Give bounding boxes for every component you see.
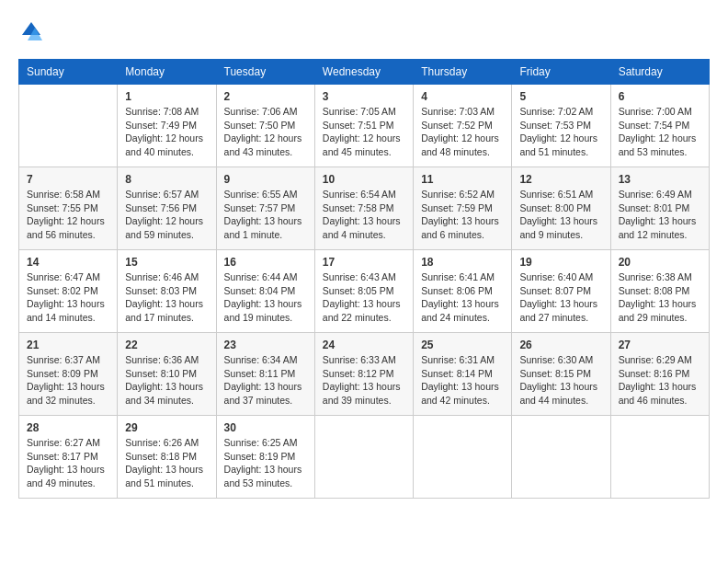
day-number: 1 bbox=[125, 90, 208, 103]
day-info: Sunrise: 6:36 AMSunset: 8:10 PMDaylight:… bbox=[125, 353, 208, 408]
week-row-5: 28Sunrise: 6:27 AMSunset: 8:17 PMDayligh… bbox=[19, 416, 710, 499]
day-number: 23 bbox=[224, 339, 307, 351]
day-info: Sunrise: 6:49 AMSunset: 8:01 PMDaylight:… bbox=[619, 188, 701, 242]
day-info: Sunrise: 6:41 AMSunset: 8:06 PMDaylight:… bbox=[421, 270, 504, 325]
day-number: 18 bbox=[421, 256, 504, 269]
day-number: 2 bbox=[224, 90, 307, 103]
logo-icon bbox=[18, 18, 44, 44]
calendar-header-row: SundayMondayTuesdayWednesdayThursdayFrid… bbox=[19, 60, 710, 85]
day-info: Sunrise: 7:08 AMSunset: 7:49 PMDaylight:… bbox=[125, 105, 208, 159]
day-info: Sunrise: 6:52 AMSunset: 7:59 PMDaylight:… bbox=[421, 188, 504, 242]
day-number: 11 bbox=[421, 173, 504, 186]
calendar-cell: 21Sunrise: 6:37 AMSunset: 8:09 PMDayligh… bbox=[19, 333, 118, 416]
day-info: Sunrise: 6:58 AMSunset: 7:55 PMDaylight:… bbox=[27, 188, 109, 242]
calendar-cell: 13Sunrise: 6:49 AMSunset: 8:01 PMDayligh… bbox=[610, 167, 709, 250]
day-number: 30 bbox=[224, 421, 307, 434]
calendar-cell: 16Sunrise: 6:44 AMSunset: 8:04 PMDayligh… bbox=[216, 250, 314, 333]
day-info: Sunrise: 7:00 AMSunset: 7:54 PMDaylight:… bbox=[619, 105, 701, 159]
day-info: Sunrise: 6:30 AMSunset: 8:15 PMDaylight:… bbox=[519, 353, 602, 408]
day-number: 28 bbox=[27, 421, 109, 434]
calendar-header-sunday: Sunday bbox=[19, 60, 118, 85]
calendar-cell: 24Sunrise: 6:33 AMSunset: 8:12 PMDayligh… bbox=[314, 333, 413, 416]
calendar-cell: 11Sunrise: 6:52 AMSunset: 7:59 PMDayligh… bbox=[414, 167, 512, 250]
calendar-cell bbox=[610, 416, 709, 499]
day-number: 27 bbox=[619, 339, 701, 351]
day-info: Sunrise: 6:51 AMSunset: 8:00 PMDaylight:… bbox=[519, 188, 602, 242]
calendar-cell: 2Sunrise: 7:06 AMSunset: 7:50 PMDaylight… bbox=[216, 85, 314, 167]
calendar-header-friday: Friday bbox=[512, 60, 610, 85]
day-info: Sunrise: 6:34 AMSunset: 8:11 PMDaylight:… bbox=[224, 353, 307, 408]
calendar-cell: 7Sunrise: 6:58 AMSunset: 7:55 PMDaylight… bbox=[19, 167, 118, 250]
day-info: Sunrise: 6:46 AMSunset: 8:03 PMDaylight:… bbox=[125, 270, 208, 325]
day-number: 4 bbox=[421, 90, 504, 103]
week-row-4: 21Sunrise: 6:37 AMSunset: 8:09 PMDayligh… bbox=[19, 333, 710, 416]
calendar-cell: 14Sunrise: 6:47 AMSunset: 8:02 PMDayligh… bbox=[19, 250, 118, 333]
day-number: 26 bbox=[519, 339, 602, 351]
day-number: 13 bbox=[619, 173, 701, 186]
day-info: Sunrise: 7:06 AMSunset: 7:50 PMDaylight:… bbox=[224, 105, 307, 159]
day-info: Sunrise: 6:44 AMSunset: 8:04 PMDaylight:… bbox=[224, 270, 307, 325]
calendar-cell: 9Sunrise: 6:55 AMSunset: 7:57 PMDaylight… bbox=[216, 167, 314, 250]
calendar-cell bbox=[512, 416, 610, 499]
calendar-header-thursday: Thursday bbox=[414, 60, 512, 85]
calendar-cell: 23Sunrise: 6:34 AMSunset: 8:11 PMDayligh… bbox=[216, 333, 314, 416]
day-info: Sunrise: 6:57 AMSunset: 7:56 PMDaylight:… bbox=[125, 188, 208, 242]
day-info: Sunrise: 6:43 AMSunset: 8:05 PMDaylight:… bbox=[323, 270, 405, 325]
calendar-cell: 4Sunrise: 7:03 AMSunset: 7:52 PMDaylight… bbox=[414, 85, 512, 167]
day-number: 6 bbox=[619, 90, 701, 103]
day-number: 12 bbox=[519, 173, 602, 186]
day-number: 19 bbox=[519, 256, 602, 269]
page-header bbox=[18, 18, 710, 44]
day-number: 22 bbox=[125, 339, 208, 351]
day-number: 29 bbox=[125, 421, 208, 434]
day-number: 8 bbox=[125, 173, 208, 186]
calendar-header-monday: Monday bbox=[118, 60, 216, 85]
calendar-cell: 15Sunrise: 6:46 AMSunset: 8:03 PMDayligh… bbox=[118, 250, 216, 333]
day-info: Sunrise: 7:03 AMSunset: 7:52 PMDaylight:… bbox=[421, 105, 504, 159]
week-row-1: 1Sunrise: 7:08 AMSunset: 7:49 PMDaylight… bbox=[19, 85, 710, 167]
day-info: Sunrise: 6:38 AMSunset: 8:08 PMDaylight:… bbox=[619, 270, 701, 325]
day-number: 7 bbox=[27, 173, 109, 186]
day-number: 10 bbox=[323, 173, 405, 186]
day-info: Sunrise: 6:27 AMSunset: 8:17 PMDaylight:… bbox=[27, 436, 109, 490]
day-info: Sunrise: 7:05 AMSunset: 7:51 PMDaylight:… bbox=[323, 105, 405, 159]
week-row-2: 7Sunrise: 6:58 AMSunset: 7:55 PMDaylight… bbox=[19, 167, 710, 250]
day-number: 9 bbox=[224, 173, 307, 186]
calendar-cell: 3Sunrise: 7:05 AMSunset: 7:51 PMDaylight… bbox=[314, 85, 413, 167]
day-number: 16 bbox=[224, 256, 307, 269]
day-info: Sunrise: 7:02 AMSunset: 7:53 PMDaylight:… bbox=[519, 105, 602, 159]
calendar-cell: 30Sunrise: 6:25 AMSunset: 8:19 PMDayligh… bbox=[216, 416, 314, 499]
calendar-cell: 8Sunrise: 6:57 AMSunset: 7:56 PMDaylight… bbox=[118, 167, 216, 250]
day-info: Sunrise: 6:25 AMSunset: 8:19 PMDaylight:… bbox=[224, 436, 307, 490]
calendar-cell: 5Sunrise: 7:02 AMSunset: 7:53 PMDaylight… bbox=[512, 85, 610, 167]
day-number: 14 bbox=[27, 256, 109, 269]
calendar-cell: 19Sunrise: 6:40 AMSunset: 8:07 PMDayligh… bbox=[512, 250, 610, 333]
calendar-cell: 1Sunrise: 7:08 AMSunset: 7:49 PMDaylight… bbox=[118, 85, 216, 167]
calendar-cell: 17Sunrise: 6:43 AMSunset: 8:05 PMDayligh… bbox=[314, 250, 413, 333]
day-info: Sunrise: 6:26 AMSunset: 8:18 PMDaylight:… bbox=[125, 436, 208, 490]
calendar-cell: 29Sunrise: 6:26 AMSunset: 8:18 PMDayligh… bbox=[118, 416, 216, 499]
calendar-cell: 20Sunrise: 6:38 AMSunset: 8:08 PMDayligh… bbox=[610, 250, 709, 333]
calendar-cell: 27Sunrise: 6:29 AMSunset: 8:16 PMDayligh… bbox=[610, 333, 709, 416]
calendar-cell: 25Sunrise: 6:31 AMSunset: 8:14 PMDayligh… bbox=[414, 333, 512, 416]
day-info: Sunrise: 6:40 AMSunset: 8:07 PMDaylight:… bbox=[519, 270, 602, 325]
calendar-cell: 10Sunrise: 6:54 AMSunset: 7:58 PMDayligh… bbox=[314, 167, 413, 250]
calendar-cell: 18Sunrise: 6:41 AMSunset: 8:06 PMDayligh… bbox=[414, 250, 512, 333]
day-number: 21 bbox=[27, 339, 109, 351]
day-number: 3 bbox=[323, 90, 405, 103]
day-number: 17 bbox=[323, 256, 405, 269]
day-info: Sunrise: 6:47 AMSunset: 8:02 PMDaylight:… bbox=[27, 270, 109, 325]
calendar-table: SundayMondayTuesdayWednesdayThursdayFrid… bbox=[18, 59, 710, 499]
calendar-cell bbox=[314, 416, 413, 499]
calendar-header-saturday: Saturday bbox=[610, 60, 709, 85]
day-number: 5 bbox=[519, 90, 602, 103]
calendar-cell: 28Sunrise: 6:27 AMSunset: 8:17 PMDayligh… bbox=[19, 416, 118, 499]
logo bbox=[18, 18, 48, 44]
week-row-3: 14Sunrise: 6:47 AMSunset: 8:02 PMDayligh… bbox=[19, 250, 710, 333]
calendar-header-wednesday: Wednesday bbox=[314, 60, 413, 85]
day-info: Sunrise: 6:55 AMSunset: 7:57 PMDaylight:… bbox=[224, 188, 307, 242]
calendar-cell: 22Sunrise: 6:36 AMSunset: 8:10 PMDayligh… bbox=[118, 333, 216, 416]
calendar-cell: 26Sunrise: 6:30 AMSunset: 8:15 PMDayligh… bbox=[512, 333, 610, 416]
calendar-cell bbox=[414, 416, 512, 499]
day-number: 15 bbox=[125, 256, 208, 269]
